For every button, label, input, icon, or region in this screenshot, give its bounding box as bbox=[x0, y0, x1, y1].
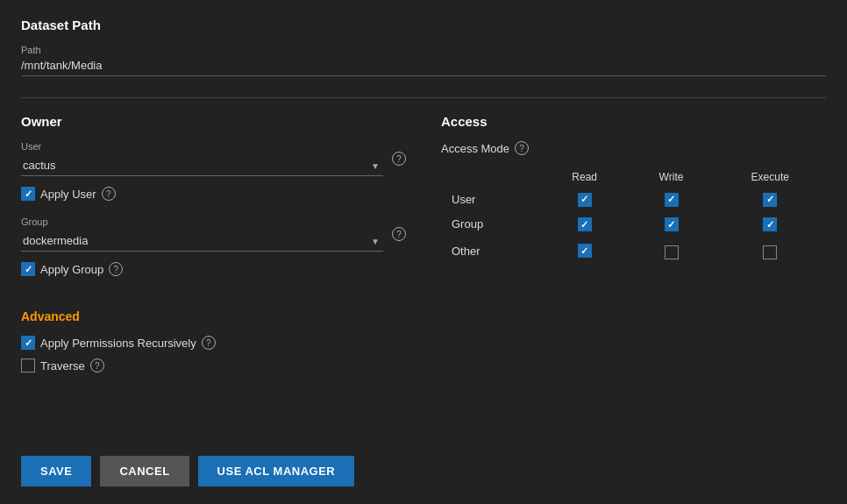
traverse-checkbox[interactable] bbox=[21, 358, 35, 373]
cancel-button[interactable]: CANCEL bbox=[100, 456, 189, 486]
apply-group-label[interactable]: Apply Group bbox=[21, 262, 103, 276]
access-title: Access bbox=[441, 114, 826, 129]
access-row-label-other: Other bbox=[441, 237, 541, 265]
path-value: /mnt/tank/Media bbox=[21, 59, 826, 76]
group-label: Group bbox=[21, 217, 383, 227]
access-other-read[interactable] bbox=[541, 237, 629, 265]
apply-group-text: Apply Group bbox=[40, 263, 103, 276]
access-user-write[interactable] bbox=[629, 187, 715, 212]
access-row-user: User bbox=[441, 187, 826, 212]
access-group-write[interactable] bbox=[629, 212, 715, 238]
advanced-section: Advanced Apply Permissions Recursively ?… bbox=[21, 309, 826, 373]
access-section: Access Access Mode ? Read Write Execute … bbox=[441, 114, 826, 292]
traverse-row: Traverse ? bbox=[21, 358, 826, 373]
group-select[interactable]: dockermedia bbox=[21, 231, 383, 252]
apply-permissions-row: Apply Permissions Recursively ? bbox=[21, 336, 826, 350]
advanced-title: Advanced bbox=[21, 309, 826, 323]
access-user-read[interactable] bbox=[541, 187, 629, 212]
traverse-text: Traverse bbox=[40, 359, 85, 373]
group-field-wrap: Group dockermedia ▼ bbox=[21, 217, 383, 252]
checkbox-user-execute[interactable] bbox=[763, 193, 777, 207]
save-button[interactable]: SAVE bbox=[21, 456, 91, 486]
col-write: Write bbox=[629, 167, 715, 187]
apply-permissions-help-icon[interactable]: ? bbox=[202, 336, 216, 350]
user-field-wrap: User cactus ▼ bbox=[21, 141, 383, 176]
access-group-execute[interactable] bbox=[715, 212, 827, 238]
divider bbox=[21, 97, 826, 98]
checkbox-other-read[interactable] bbox=[578, 244, 592, 258]
access-mode-help-icon[interactable]: ? bbox=[515, 141, 529, 155]
footer-buttons: SAVE CANCEL USE ACL MANAGER bbox=[21, 456, 354, 486]
access-row-label-group: Group bbox=[441, 212, 541, 238]
apply-permissions-label[interactable]: Apply Permissions Recursively bbox=[21, 336, 196, 350]
checkbox-other-write[interactable] bbox=[665, 245, 679, 259]
apply-group-checkbox[interactable] bbox=[21, 262, 35, 276]
col-execute: Execute bbox=[715, 167, 827, 187]
user-select[interactable]: cactus bbox=[21, 155, 383, 176]
access-user-execute[interactable] bbox=[715, 187, 827, 212]
owner-section: Owner User cactus ▼ ? A bbox=[21, 114, 406, 292]
group-help-icon[interactable]: ? bbox=[392, 227, 406, 241]
apply-group-help-icon[interactable]: ? bbox=[109, 262, 123, 276]
col-empty bbox=[441, 167, 541, 187]
access-table-header: Read Write Execute bbox=[441, 167, 826, 187]
access-row-other: Other bbox=[441, 237, 826, 265]
access-row-label-user: User bbox=[441, 187, 541, 212]
main-two-col: Owner User cactus ▼ ? A bbox=[21, 114, 826, 292]
checkbox-other-execute[interactable] bbox=[763, 245, 777, 259]
access-other-write[interactable] bbox=[629, 237, 715, 265]
user-label: User bbox=[21, 141, 383, 152]
user-help-icon[interactable]: ? bbox=[392, 152, 406, 166]
user-select-wrapper[interactable]: cactus ▼ bbox=[21, 155, 383, 176]
main-container: Dataset Path Path /mnt/tank/Media Owner … bbox=[0, 0, 847, 504]
apply-permissions-checkbox[interactable] bbox=[21, 336, 35, 350]
path-label: Path bbox=[21, 45, 826, 55]
apply-group-row: Apply Group ? bbox=[21, 262, 406, 276]
user-field-row: User cactus ▼ ? bbox=[21, 141, 406, 176]
use-acl-manager-button[interactable]: USE ACL MANAGER bbox=[198, 456, 355, 486]
col-read: Read bbox=[541, 167, 629, 187]
traverse-help-icon[interactable]: ? bbox=[90, 358, 104, 373]
apply-user-row: Apply User ? bbox=[21, 187, 406, 201]
checkbox-user-write[interactable] bbox=[665, 193, 679, 207]
access-mode-label: Access Mode bbox=[441, 142, 509, 155]
checkbox-group-read[interactable] bbox=[578, 217, 592, 231]
group-field-row: Group dockermedia ▼ ? bbox=[21, 217, 406, 252]
access-table: Read Write Execute UserGroupOther bbox=[441, 167, 826, 265]
apply-user-label[interactable]: Apply User bbox=[21, 187, 96, 201]
apply-user-text: Apply User bbox=[40, 188, 96, 201]
apply-permissions-text: Apply Permissions Recursively bbox=[40, 337, 196, 350]
owner-title: Owner bbox=[21, 114, 406, 129]
group-select-wrapper[interactable]: dockermedia ▼ bbox=[21, 231, 383, 252]
access-mode-row: Access Mode ? bbox=[441, 141, 826, 155]
access-group-read[interactable] bbox=[541, 212, 629, 238]
checkbox-group-execute[interactable] bbox=[763, 217, 777, 231]
access-row-group: Group bbox=[441, 212, 826, 238]
dataset-path-section: Dataset Path Path /mnt/tank/Media bbox=[21, 18, 826, 76]
checkbox-user-read[interactable] bbox=[578, 193, 592, 207]
traverse-label[interactable]: Traverse bbox=[21, 358, 85, 373]
apply-user-help-icon[interactable]: ? bbox=[102, 187, 116, 201]
access-other-execute[interactable] bbox=[715, 237, 827, 265]
apply-user-checkbox[interactable] bbox=[21, 187, 35, 201]
dataset-path-title: Dataset Path bbox=[21, 18, 826, 32]
checkbox-group-write[interactable] bbox=[665, 217, 679, 231]
